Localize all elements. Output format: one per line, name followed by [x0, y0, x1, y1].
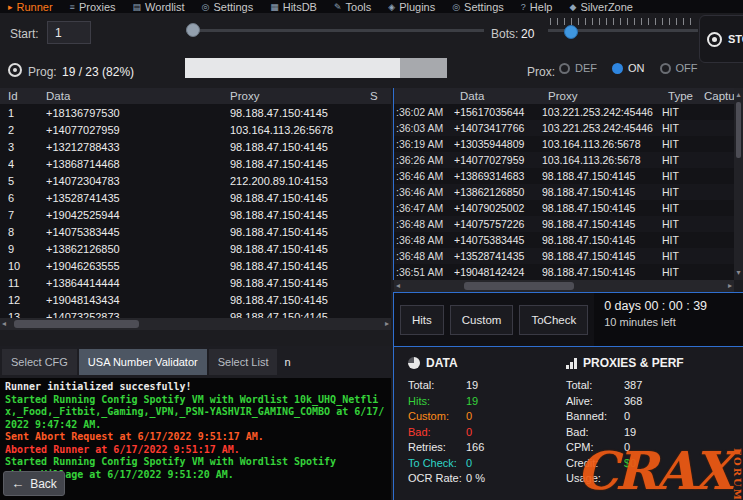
table-row[interactable]: :36:48 AM+1407575722698.188.47.150:4145H…	[394, 216, 743, 232]
data-stats-rows: Total:19Hits:19Custom:0Bad:0Retries:166T…	[408, 378, 552, 487]
start-input[interactable]	[47, 21, 91, 44]
cell-id: 13	[8, 311, 46, 319]
results-tab-hits[interactable]: Hits	[400, 305, 444, 335]
wordlist-icon: ▤	[133, 2, 142, 12]
select-list-tab[interactable]: Select List	[209, 349, 278, 375]
stat-label: Bad:	[408, 425, 466, 441]
scroll-right-icon[interactable]: ▸	[728, 280, 732, 292]
progress-bar	[185, 58, 447, 78]
stat-label: Bad:	[566, 425, 624, 441]
stat-value: 0	[624, 409, 630, 425]
cell-time: :36:46 AM	[396, 186, 454, 198]
table-row[interactable]: :36:03 AM+14073417766103.221.253.242:454…	[394, 120, 743, 136]
cell-proxy: 103.221.253.242:45446	[542, 106, 662, 118]
table-row[interactable]: 4+1386871446898.188.47.150:4145	[0, 155, 391, 172]
table-row[interactable]: 13+1407325287398.188.47.150:4145	[0, 308, 391, 318]
proxies-icon: ≡	[70, 2, 75, 12]
table-row[interactable]: 3+1321278843398.188.47.150:4145	[0, 138, 391, 155]
scroll-up-icon[interactable]: ▴	[736, 89, 740, 101]
scroll-left-icon[interactable]: ◂	[2, 318, 6, 330]
table-row[interactable]: 2+14077027959103.164.113.26:5678	[0, 121, 391, 138]
menu-item-wordlist[interactable]: ▤Wordlist	[133, 1, 185, 13]
cell-id: 4	[8, 158, 46, 170]
start-slider-thumb[interactable]	[186, 23, 200, 37]
cell-proxy: 98.188.47.150:4145	[542, 186, 662, 198]
right-horizontal-scrollbar[interactable]: ◂ ▸	[394, 280, 734, 292]
signal-bars-icon	[566, 358, 577, 369]
table-row[interactable]: :36:48 AM+1407538344598.188.47.150:4145H…	[394, 232, 743, 248]
menubar: ▸Runner≡Proxies▤Wordlist◎Settings▦HitsDB…	[0, 0, 743, 13]
table-row[interactable]: 8+1407538344598.188.47.150:4145	[0, 223, 391, 240]
menu-item-silverzone[interactable]: ◆SilverZone	[569, 1, 633, 13]
menu-item-settings[interactable]: ◎Settings	[202, 1, 254, 13]
proxy-mode-option-on[interactable]: ON	[612, 62, 645, 74]
results-tab-tocheck[interactable]: ToCheck	[519, 305, 588, 335]
timer-box: 0 days 00 : 00 : 39 10 minutes left	[594, 293, 743, 346]
cell-proxy: 98.188.47.150:4145	[542, 202, 662, 214]
table-row[interactable]: :36:02 AM+15617035644103.221.253.242:454…	[394, 104, 743, 120]
data-stats-header: DATA	[408, 356, 552, 370]
stat-value: 0	[466, 456, 472, 472]
scroll-right-icon[interactable]: ▸	[385, 318, 389, 330]
plugins-icon: ◈	[388, 2, 395, 12]
table-row[interactable]: :36:48 AM+1352874143598.188.47.150:4145H…	[394, 248, 743, 264]
table-row[interactable]: 9+1386212685098.188.47.150:4145	[0, 240, 391, 257]
menu-item-plugins[interactable]: ◈Plugins	[388, 1, 435, 13]
config-name-tab[interactable]: USA Number Validator	[79, 349, 207, 375]
table-row[interactable]: :36:51 AM+1904814242498.188.47.150:4145H…	[394, 264, 743, 280]
back-button[interactable]: ← Back	[3, 471, 65, 496]
log-line: Sent Abort Request at 6/17/2022 9:51:17 …	[5, 431, 386, 444]
table-row[interactable]: 10+1904626355598.188.47.150:4145	[0, 257, 391, 274]
cell-time: :36:47 AM	[396, 202, 454, 214]
scroll-down-icon[interactable]: ▾	[736, 267, 740, 279]
left-scrollbar-thumb[interactable]	[14, 320, 139, 328]
right-vertical-scrollbar[interactable]: ▴ ▾	[734, 88, 743, 280]
stat-row: Retries:166	[408, 440, 552, 456]
cell-proxy: 98.188.47.150:4145	[230, 243, 370, 255]
proxy-mode-option-def[interactable]: DEF	[559, 62, 597, 74]
results-tab-custom[interactable]: Custom	[450, 305, 514, 335]
proxy-mode-option-label: OFF	[676, 62, 698, 74]
stat-label: Total:	[408, 378, 466, 394]
table-row[interactable]: :36:46 AM+1386931468398.188.47.150:4145H…	[394, 168, 743, 184]
stat-value: 368	[624, 394, 642, 410]
table-row[interactable]: 12+1904814343498.188.47.150:4145	[0, 291, 391, 308]
cell-data: +13864414444	[46, 277, 230, 289]
menu-item-help[interactable]: ?Help	[521, 1, 553, 13]
table-row[interactable]: :36:47 AM+1407902500298.188.47.150:4145H…	[394, 200, 743, 216]
cell-proxy: 98.188.47.150:4145	[542, 234, 662, 246]
table-row[interactable]: 5+14072304783212.200.89.10:4153	[0, 172, 391, 189]
table-row[interactable]: 11+1386441444498.188.47.150:4145	[0, 274, 391, 291]
table-row[interactable]: 6+1352874143598.188.47.150:4145	[0, 189, 391, 206]
menu-item-runner[interactable]: ▸Runner	[8, 1, 53, 13]
stop-button[interactable]: STOP	[699, 15, 743, 63]
cell-data: +19042525944	[46, 209, 230, 221]
log-line: Started Running Config Spotify VM with W…	[5, 394, 386, 432]
table-row[interactable]: :36:46 AM+1386212685098.188.47.150:4145H…	[394, 184, 743, 200]
bots-slider-thumb[interactable]	[564, 25, 578, 39]
select-cfg-tab[interactable]: Select CFG	[2, 349, 77, 375]
table-row[interactable]: :36:19 AM+13035944809103.164.113.26:5678…	[394, 136, 743, 152]
help-icon: ?	[521, 2, 526, 12]
menu-item-settings[interactable]: ◎Settings	[452, 1, 504, 13]
menu-item-proxies[interactable]: ≡Proxies	[70, 1, 116, 13]
scroll-left-icon[interactable]: ◂	[396, 280, 400, 292]
table-row[interactable]: 1+1813679753098.188.47.150:4145	[0, 104, 391, 121]
stats-panel: DATA Total:19Hits:19Custom:0Bad:0Retries…	[393, 346, 743, 500]
menu-item-tools[interactable]: ✎Tools	[334, 1, 371, 13]
left-horizontal-scrollbar[interactable]: ◂ ▸	[0, 318, 391, 330]
bots-slider[interactable]	[548, 16, 698, 44]
cell-data: +14077027959	[454, 154, 542, 166]
cell-data: +19046263555	[46, 260, 230, 272]
proxy-mode-option-off[interactable]: OFF	[660, 62, 698, 74]
right-scrollbar-thumb[interactable]	[464, 282, 574, 290]
table-row[interactable]: 7+1904252594498.188.47.150:4145	[0, 206, 391, 223]
right-vscrollbar-thumb[interactable]	[736, 102, 741, 158]
cell-data: +13035944809	[454, 138, 542, 150]
cell-id: 10	[8, 260, 46, 272]
cell-data: +14075383445	[454, 234, 542, 246]
menu-item-hitsdb[interactable]: ▦HitsDB	[270, 1, 317, 13]
table-row[interactable]: :36:26 AM+14077027959103.164.113.26:5678…	[394, 152, 743, 168]
radio-icon	[660, 63, 671, 74]
start-slider[interactable]	[186, 16, 484, 44]
